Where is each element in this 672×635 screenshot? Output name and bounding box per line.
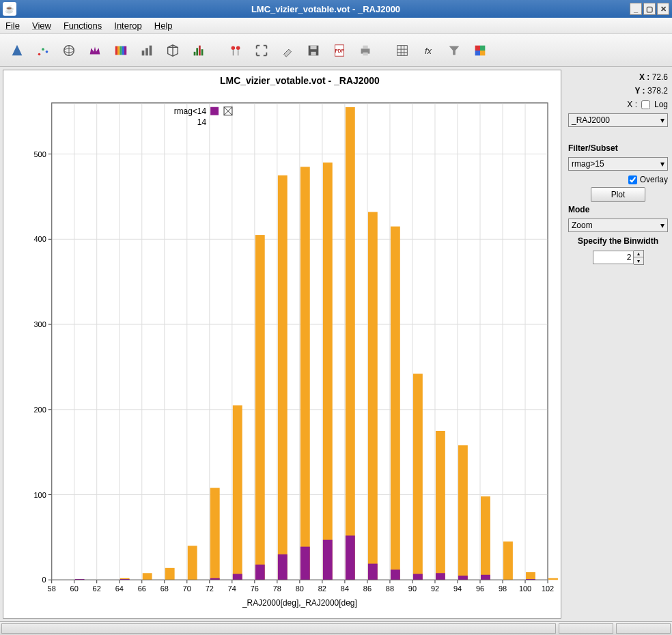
toolbar: PDF fx — [0, 34, 672, 67]
minimize-button[interactable]: _ — [630, 3, 642, 15]
bars-icon[interactable] — [135, 39, 158, 62]
svg-rect-37 — [475, 45, 480, 50]
close-button[interactable]: ✕ — [657, 3, 669, 15]
svg-rect-24 — [310, 45, 316, 49]
svg-rect-12 — [142, 51, 145, 55]
svg-text:94: 94 — [453, 584, 462, 593]
svg-text:90: 90 — [408, 584, 417, 593]
plot-button[interactable]: Plot — [591, 187, 645, 202]
svg-rect-81 — [346, 107, 355, 580]
svg-rect-98 — [323, 540, 333, 580]
svg-text:58: 58 — [48, 584, 56, 593]
svg-point-21 — [236, 46, 240, 50]
svg-rect-77 — [255, 235, 265, 580]
svg-rect-99 — [346, 535, 355, 580]
table-icon[interactable] — [391, 39, 414, 62]
svg-text:100: 100 — [519, 584, 531, 593]
svg-text:LMC_vizier_votable.vot - _RAJ2: LMC_vizier_votable.vot - _RAJ2000 — [220, 75, 380, 86]
eraser-icon[interactable] — [276, 39, 299, 62]
x-axis-select[interactable]: _RAJ2000▾ — [568, 113, 668, 127]
svg-rect-83 — [391, 227, 400, 580]
menu-interop[interactable]: Interop — [114, 20, 141, 31]
svg-text:60: 60 — [70, 584, 79, 593]
svg-rect-82 — [368, 212, 378, 580]
svg-rect-88 — [503, 541, 513, 580]
svg-text:500: 500 — [33, 150, 46, 158]
save-icon[interactable] — [302, 39, 325, 62]
svg-rect-104 — [458, 576, 468, 580]
fx-icon[interactable]: fx — [417, 39, 440, 62]
svg-rect-101 — [391, 569, 400, 580]
svg-rect-29 — [363, 45, 367, 48]
pins-icon[interactable] — [224, 39, 247, 62]
crown-icon[interactable] — [83, 39, 107, 62]
log-label: Log — [654, 100, 668, 109]
log-checkbox[interactable] — [641, 100, 650, 109]
svg-text:66: 66 — [138, 584, 146, 593]
svg-text:76: 76 — [251, 584, 259, 593]
svg-rect-18 — [201, 49, 204, 55]
svg-rect-72 — [143, 573, 152, 580]
status-small-1 — [559, 623, 613, 634]
svg-rect-85 — [436, 431, 445, 580]
window-title: LMC_vizier_votable.vot - _RAJ2000 — [22, 4, 630, 14]
mode-select[interactable]: Zoom▾ — [568, 218, 668, 232]
scatter-icon[interactable] — [31, 39, 55, 62]
svg-rect-89 — [526, 572, 535, 580]
svg-text:100: 100 — [33, 491, 46, 499]
binwidth-input[interactable] — [593, 251, 634, 264]
svg-rect-75 — [210, 488, 220, 580]
fullscreen-icon[interactable] — [250, 39, 273, 62]
svg-text:102: 102 — [542, 584, 554, 593]
svg-rect-39 — [475, 51, 480, 55]
filter-label: Filter/Subset — [568, 143, 668, 153]
filter-select[interactable]: rmag>15▾ — [568, 157, 668, 171]
svg-point-2 — [42, 48, 44, 51]
svg-rect-38 — [480, 45, 485, 50]
svg-point-3 — [46, 51, 48, 53]
readout-x-value: 72.6 — [652, 72, 668, 82]
spinner-down-icon[interactable]: ▾ — [634, 257, 643, 264]
palette-icon[interactable] — [468, 39, 492, 62]
svg-text:fx: fx — [425, 45, 432, 55]
chevron-down-icon: ▾ — [660, 115, 664, 125]
histogram-icon[interactable] — [187, 39, 210, 62]
spectrum-icon[interactable] — [109, 39, 132, 62]
cone-icon[interactable] — [5, 39, 29, 62]
svg-rect-169 — [210, 107, 219, 115]
menu-view[interactable]: View — [32, 20, 51, 31]
title-bar: ☕ LMC_vizier_votable.vot - _RAJ2000 _ ▢ … — [0, 0, 672, 18]
svg-rect-79 — [300, 167, 310, 580]
status-bar — [0, 621, 672, 635]
svg-rect-17 — [199, 45, 201, 55]
menu-help[interactable]: Help — [154, 20, 173, 31]
svg-text:62: 62 — [93, 584, 101, 593]
java-icon: ☕ — [3, 2, 16, 16]
globe-icon[interactable] — [57, 39, 81, 62]
filter-icon[interactable] — [443, 39, 466, 62]
chart-area[interactable]: Data Points 5860626466687072747678808284… — [3, 70, 561, 619]
svg-rect-105 — [481, 575, 490, 580]
svg-text:96: 96 — [476, 584, 484, 593]
svg-rect-15 — [194, 51, 196, 55]
menu-functions[interactable]: Functions — [64, 20, 102, 31]
svg-rect-13 — [145, 48, 148, 55]
pdf-icon[interactable]: PDF — [328, 39, 351, 62]
svg-text:14: 14 — [197, 117, 207, 127]
overlay-checkbox[interactable] — [628, 175, 637, 184]
svg-rect-31 — [397, 45, 408, 55]
cube-icon[interactable] — [161, 39, 184, 62]
svg-rect-25 — [311, 51, 316, 55]
svg-rect-96 — [278, 554, 288, 580]
print-icon[interactable] — [354, 39, 377, 62]
readout-y-label: Y : — [635, 86, 645, 96]
sidebar: X : 72.6 Y : 378.2 X : Log _RAJ2000▾ Fil… — [564, 67, 672, 621]
svg-text:68: 68 — [160, 584, 169, 593]
svg-text:88: 88 — [386, 584, 394, 593]
svg-rect-11 — [124, 46, 126, 55]
svg-rect-90 — [548, 578, 558, 580]
menu-file[interactable]: File — [5, 20, 20, 31]
maximize-button[interactable]: ▢ — [643, 3, 656, 15]
readout-x-label: X : — [639, 72, 649, 82]
spinner-up-icon[interactable]: ▴ — [634, 251, 643, 257]
